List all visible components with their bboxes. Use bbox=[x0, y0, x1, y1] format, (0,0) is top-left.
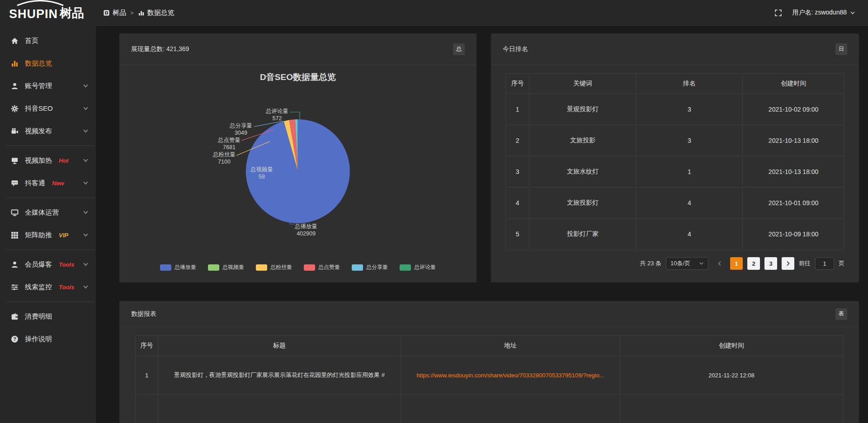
sidebar-item-label: 账号管理 bbox=[25, 82, 52, 90]
sidebar-item-label: 消费明细 bbox=[25, 312, 52, 321]
page-button-2[interactable]: 2 bbox=[747, 257, 760, 270]
ranking-col-header: 创建时间 bbox=[743, 74, 844, 94]
svg-text:?: ? bbox=[13, 336, 16, 342]
pie-chart: D音SEO数据量总览 总播放量402909总视频量58总粉丝量7100总点赞量7… bbox=[119, 65, 476, 282]
table-row[interactable]: 5投影灯厂家42021-10-09 18:00 bbox=[506, 219, 844, 250]
pie-label-总点赞量: 总点赞量7681 bbox=[217, 137, 241, 150]
sidebar-item-label: 抖音SEO bbox=[25, 104, 53, 113]
sidebar-item-label: 视频发布 bbox=[25, 127, 52, 136]
overview-corner-button[interactable]: 总 bbox=[453, 43, 465, 55]
sidebar-item-label: 数据总览 bbox=[25, 59, 52, 68]
sidebar: 首页数据总览账号管理抖音SEO视频发布视频加热Hot抖客通New全媒体运营矩阵助… bbox=[0, 26, 96, 423]
legend-item-总播放量[interactable]: 总播放量 bbox=[160, 263, 196, 271]
sidebar-item-视频加热[interactable]: 视频加热Hot bbox=[0, 149, 96, 172]
page-button-1[interactable]: 1 bbox=[730, 257, 743, 270]
prev-page-button[interactable] bbox=[713, 257, 726, 270]
pagination: 共 23 条 10条/页 123 前往 页 bbox=[505, 257, 844, 270]
overview-panel-title: 展现量总数: 421,369 bbox=[131, 45, 189, 53]
app-icon bbox=[103, 9, 110, 16]
goto-label: 前往 bbox=[799, 259, 811, 268]
gear-icon bbox=[11, 104, 19, 113]
overview-panel: 展现量总数: 421,369 总 D音SEO数据量总览 总播放量402909总视… bbox=[119, 33, 476, 282]
ranking-table: 序号关键词排名创建时间1景观投影灯32021-10-02 09:002文旅投影3… bbox=[505, 73, 844, 250]
screen-icon bbox=[11, 156, 19, 164]
next-page-button[interactable] bbox=[782, 257, 794, 270]
legend-item-总评论量[interactable]: 总评论量 bbox=[400, 263, 436, 271]
sidebar-badge: New bbox=[52, 180, 64, 187]
report-url-link[interactable]: https://www.iesdouyin.com/share/video/70… bbox=[416, 372, 604, 379]
sliders-icon bbox=[11, 283, 19, 291]
user-icon bbox=[11, 260, 19, 268]
logo: SHUPIN 树品 bbox=[0, 0, 96, 26]
camera-icon bbox=[11, 127, 19, 135]
legend-swatch bbox=[256, 264, 267, 271]
breadcrumb: 树品>数据总览 bbox=[103, 9, 175, 17]
table-row[interactable]: 3文旅水纹灯12021-10-13 18:00 bbox=[506, 156, 844, 188]
sidebar-item-全媒体运营[interactable]: 全媒体运营 bbox=[0, 201, 96, 224]
top-bar: SHUPIN 树品 树品>数据总览 用户名: zswodun88 bbox=[0, 0, 868, 26]
home-icon bbox=[11, 37, 19, 45]
logo-text-en: SHUPIN bbox=[9, 7, 58, 21]
chevron-down-icon bbox=[850, 11, 855, 15]
sidebar-badge: Tools bbox=[59, 261, 74, 268]
sidebar-item-label: 首页 bbox=[25, 37, 38, 45]
sidebar-divider bbox=[5, 146, 96, 146]
sidebar-item-会员爆客[interactable]: 会员爆客Tools bbox=[0, 253, 96, 276]
ranking-corner-button[interactable]: 日 bbox=[835, 43, 847, 55]
chevron-down-icon bbox=[83, 84, 89, 88]
legend-item-总分享量[interactable]: 总分享量 bbox=[352, 263, 388, 271]
report-col-header: 标题 bbox=[158, 336, 401, 356]
breadcrumb-separator: > bbox=[130, 9, 134, 16]
sidebar-badge: Hot bbox=[59, 157, 69, 164]
chevron-down-icon bbox=[83, 233, 89, 237]
legend-item-总粉丝量[interactable]: 总粉丝量 bbox=[256, 263, 292, 271]
chart-legend: 总播放量总视频量总粉丝量总点赞量总分享量总评论量 bbox=[119, 263, 476, 271]
chevron-right-icon bbox=[786, 261, 790, 266]
sidebar-item-消费明细[interactable]: 消费明细 bbox=[0, 305, 96, 328]
legend-item-总点赞量[interactable]: 总点赞量 bbox=[304, 263, 340, 271]
chart-icon bbox=[138, 9, 145, 16]
sidebar-item-label: 全媒体运营 bbox=[25, 208, 59, 217]
sidebar-item-账号管理[interactable]: 账号管理 bbox=[0, 75, 96, 97]
page-button-3[interactable]: 3 bbox=[764, 257, 777, 270]
legend-swatch bbox=[400, 264, 411, 271]
table-row[interactable]: 2文旅投影32021-10-13 18:00 bbox=[506, 125, 844, 156]
question-icon: ? bbox=[11, 335, 19, 343]
sidebar-item-矩阵助推[interactable]: 矩阵助推VIP bbox=[0, 224, 96, 246]
monitor-icon bbox=[11, 208, 19, 216]
legend-swatch bbox=[352, 264, 363, 271]
chart-icon bbox=[11, 59, 19, 67]
ranking-col-header: 关键词 bbox=[529, 74, 636, 94]
chevron-down-icon bbox=[83, 262, 89, 267]
sidebar-item-线索监控[interactable]: 线索监控Tools bbox=[0, 276, 96, 298]
page-suffix: 页 bbox=[839, 259, 844, 268]
breadcrumb-item[interactable]: 数据总览 bbox=[138, 9, 175, 17]
pie-label-总分享量: 总分享量3049 bbox=[229, 122, 252, 136]
sidebar-badge: VIP bbox=[59, 232, 68, 239]
sidebar-item-首页[interactable]: 首页 bbox=[0, 29, 96, 52]
chevron-down-icon bbox=[83, 285, 89, 289]
legend-swatch bbox=[208, 264, 219, 271]
sidebar-item-label: 视频加热 bbox=[25, 156, 52, 165]
sidebar-item-视频发布[interactable]: 视频发布 bbox=[0, 120, 96, 142]
sidebar-item-label: 抖客通 bbox=[25, 179, 45, 188]
legend-swatch bbox=[304, 264, 315, 271]
table-row[interactable]: 1景观投影灯32021-10-02 09:00 bbox=[506, 94, 844, 125]
table-row[interactable]: 4文旅投影灯42021-10-01 09:00 bbox=[506, 188, 844, 219]
user-menu[interactable]: 用户名: zswodun88 bbox=[792, 9, 855, 17]
main-content: 抖音seo数据全媒体运营数据询盘数据 展现量总数: 421,369 总 D音SE… bbox=[96, 0, 868, 423]
fullscreen-icon[interactable] bbox=[774, 9, 782, 17]
sidebar-item-抖客通[interactable]: 抖客通New bbox=[0, 172, 96, 194]
report-col-header: 地址 bbox=[401, 336, 620, 356]
sidebar-item-label: 会员爆客 bbox=[25, 260, 52, 269]
sidebar-divider bbox=[5, 249, 96, 250]
page-size-select[interactable]: 10条/页 bbox=[666, 257, 708, 270]
report-panel-title: 数据报表 bbox=[131, 310, 156, 318]
legend-item-总视频量[interactable]: 总视频量 bbox=[208, 263, 244, 271]
sidebar-item-抖音SEO[interactable]: 抖音SEO bbox=[0, 97, 96, 120]
goto-page-input[interactable] bbox=[815, 257, 834, 270]
sidebar-item-操作说明[interactable]: ?操作说明 bbox=[0, 328, 96, 350]
report-corner-button[interactable]: 表 bbox=[835, 308, 847, 320]
breadcrumb-item[interactable]: 树品 bbox=[103, 9, 126, 17]
sidebar-item-数据总览[interactable]: 数据总览 bbox=[0, 52, 96, 75]
